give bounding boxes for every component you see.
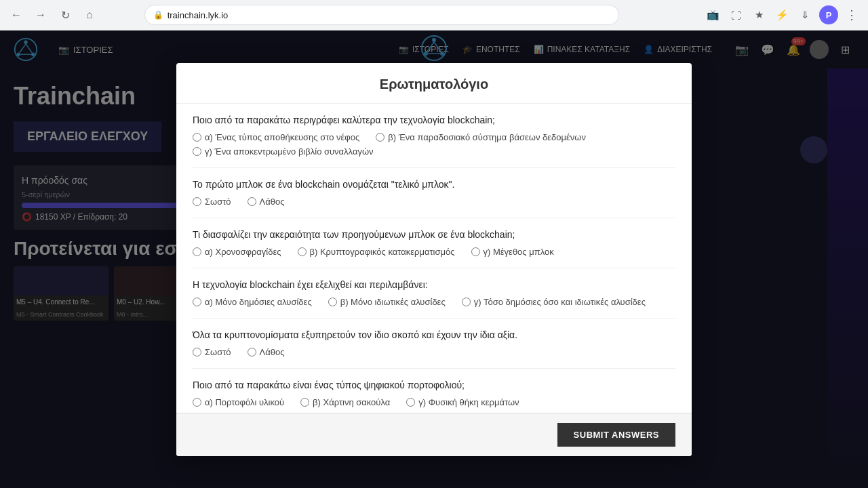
bookmark-button[interactable]: ★ — [750, 5, 769, 24]
q6-option-a[interactable]: α) Πορτοφόλι υλικού — [193, 397, 284, 407]
question-6: Ποιο από τα παρακάτω είναι ένας τύπος ψη… — [193, 369, 675, 413]
forward-button[interactable]: → — [31, 5, 50, 24]
question-1-text: Ποιο από τα παρακάτω περιγράφει καλύτερα… — [193, 115, 675, 125]
q2-option-b[interactable]: Λάθος — [248, 197, 285, 207]
q5-radio-a[interactable] — [193, 348, 201, 357]
back-button[interactable]: ← — [7, 5, 26, 24]
q1-radio-a[interactable] — [193, 133, 201, 142]
url-text: trainchain.lyk.io — [167, 10, 229, 20]
cast-button[interactable]: 📺 — [704, 5, 723, 24]
q2-radio-a[interactable] — [193, 197, 201, 206]
extension-button[interactable]: ⚡ — [773, 5, 792, 24]
q3-radio-a[interactable] — [193, 247, 201, 256]
question-5: Όλα τα κρυπτονομίσματα εξυπηρετούν τον ί… — [193, 319, 675, 369]
question-1-options: α) Ένας τύπος αποθήκευσης στο νέφος β) Έ… — [193, 132, 675, 157]
q4-radio-b[interactable] — [328, 298, 337, 306]
q1-option-a[interactable]: α) Ένας τύπος αποθήκευσης στο νέφος — [193, 132, 359, 142]
q6-option-c[interactable]: γ) Φυσική θήκη κερμάτων — [406, 397, 519, 407]
modal-title: Ερωτηματολόγιο — [176, 63, 692, 104]
download-button[interactable]: ⇓ — [796, 5, 815, 24]
submit-answers-button[interactable]: SUBMIT ANSWERS — [557, 423, 675, 447]
question-5-options: Σωστό Λάθος — [193, 347, 675, 357]
q5-radio-b[interactable] — [248, 348, 256, 357]
q6-radio-b[interactable] — [300, 398, 309, 407]
q6-radio-c[interactable] — [406, 398, 415, 407]
q1-option-b[interactable]: β) Ένα παραδοσιακό σύστημα βάσεων δεδομέ… — [376, 132, 586, 142]
question-2-text: Το πρώτο μπλοκ σε ένα blockchain ονομάζε… — [193, 179, 675, 190]
question-4-options: α) Μόνο δημόσιες αλυσίδες β) Μόνο ιδιωτι… — [193, 297, 675, 307]
question-4-text: Η τεχνολογία blockchain έχει εξελιχθεί κ… — [193, 279, 675, 290]
q4-option-c[interactable]: γ) Τόσο δημόσιες όσο και ιδιωτικές αλυσί… — [462, 297, 646, 307]
q4-radio-c[interactable] — [462, 298, 471, 306]
refresh-button[interactable]: ↻ — [56, 5, 75, 24]
q2-option-a[interactable]: Σωστό — [193, 197, 231, 207]
profile-avatar[interactable]: P — [819, 5, 838, 24]
question-2: Το πρώτο μπλοκ σε ένα blockchain ονομάζε… — [193, 168, 675, 218]
q1-option-c[interactable]: γ) Ένα αποκεντρωμένο βιβλίο συναλλαγών — [193, 146, 374, 157]
q1-radio-b[interactable] — [376, 133, 384, 142]
lock-icon: 🔒 — [153, 10, 163, 20]
questionnaire-modal: Ερωτηματολόγιο Ποιο από τα παρακάτω περι… — [176, 63, 692, 456]
q2-radio-b[interactable] — [248, 197, 256, 206]
q5-option-b[interactable]: Λάθος — [248, 347, 285, 357]
q3-radio-c[interactable] — [471, 247, 480, 256]
q3-option-a[interactable]: α) Χρονοσφραγίδες — [193, 247, 281, 257]
q3-option-c[interactable]: γ) Μέγεθος μπλοκ — [471, 247, 554, 257]
q1-radio-c[interactable] — [193, 147, 201, 156]
q5-option-a[interactable]: Σωστό — [193, 347, 231, 357]
q4-option-a[interactable]: α) Μόνο δημόσιες αλυσίδες — [193, 297, 312, 307]
question-5-text: Όλα τα κρυπτονομίσματα εξυπηρετούν τον ί… — [193, 329, 675, 340]
question-3-text: Τι διασφαλίζει την ακεραιότητα των προηγ… — [193, 229, 675, 240]
question-6-text: Ποιο από τα παρακάτω είναι ένας τύπος ψη… — [193, 380, 675, 390]
modal-footer: SUBMIT ANSWERS — [176, 413, 692, 456]
question-1: Ποιο από τα παρακάτω περιγράφει καλύτερα… — [193, 104, 675, 168]
modal-body[interactable]: Ποιο από τα παρακάτω περιγράφει καλύτερα… — [176, 104, 692, 413]
site-content: 📷 ΙΣΤΟΡΙΕΣ 📷 ΙΣΤΟΡΙΕΣ 🎓 ΕΝΟΤΗΤΕ — [0, 30, 868, 488]
home-button[interactable]: ⌂ — [80, 5, 99, 24]
question-6-options: α) Πορτοφόλι υλικού β) Χάρτινη σακούλα γ… — [193, 397, 675, 407]
question-4: Η τεχνολογία blockchain έχει εξελιχθεί κ… — [193, 268, 675, 319]
question-2-options: Σωστό Λάθος — [193, 197, 675, 207]
menu-button[interactable]: ⋮ — [842, 5, 861, 24]
q4-radio-a[interactable] — [193, 298, 201, 306]
q3-option-b[interactable]: β) Κρυπτογραφικός κατακερματισμός — [298, 247, 455, 257]
new-tab-button[interactable]: ⛶ — [727, 5, 746, 24]
q6-option-b[interactable]: β) Χάρτινη σακούλα — [300, 397, 390, 407]
q6-radio-a[interactable] — [193, 398, 201, 407]
question-3-options: α) Χρονοσφραγίδες β) Κρυπτογραφικός κατα… — [193, 247, 675, 257]
browser-chrome: ← → ↻ ⌂ 🔒 trainchain.lyk.io 📺 ⛶ ★ ⚡ ⇓ P … — [0, 0, 868, 30]
address-bar[interactable]: 🔒 trainchain.lyk.io — [144, 5, 619, 25]
question-3: Τι διασφαλίζει την ακεραιότητα των προηγ… — [193, 218, 675, 268]
q3-radio-b[interactable] — [298, 247, 307, 256]
q4-option-b[interactable]: β) Μόνο ιδιωτικές αλυσίδες — [328, 297, 446, 307]
